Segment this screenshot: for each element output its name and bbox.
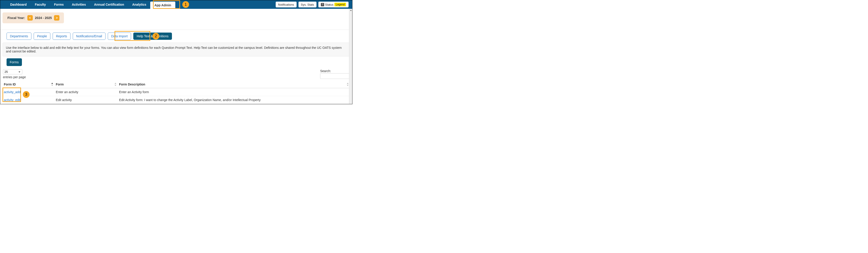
nav-analytics[interactable]: Analytics xyxy=(128,0,150,9)
vertical-scrollbar[interactable] xyxy=(349,9,352,104)
table-row: activity_add Enter an activity Enter an … xyxy=(2,88,350,96)
col-header-form[interactable]: Form xyxy=(55,81,118,88)
info-text: Use the interface below to add and edit … xyxy=(6,46,342,53)
admin-subtabs: Departments People Reports Notifications… xyxy=(0,30,352,43)
nav-app-admin[interactable]: App Admin xyxy=(150,2,175,9)
help-icon: ? xyxy=(321,3,324,6)
status-button[interactable]: ? Status Legend xyxy=(318,2,349,7)
col-header-form-description-label: Form Description xyxy=(119,83,145,86)
fiscal-year-selector: Fiscal Year: < 2024 - 2025 > xyxy=(2,12,64,23)
subtab-people[interactable]: People xyxy=(34,33,51,40)
nav-faculty[interactable]: Faculty xyxy=(31,0,50,9)
subtab-reports[interactable]: Reports xyxy=(53,33,70,40)
notifications-button[interactable]: Notifications xyxy=(276,2,297,7)
col-header-form-label: Form xyxy=(56,83,64,86)
nav-forms[interactable]: Forms xyxy=(50,0,68,9)
search-input[interactable] xyxy=(320,73,349,79)
form-id-link[interactable]: activity_edit xyxy=(4,98,20,102)
sort-icon xyxy=(115,83,116,86)
sort-icon xyxy=(347,83,349,86)
col-header-form-description[interactable]: Form Description xyxy=(118,81,350,88)
annotation-marker-1: 1 xyxy=(182,1,189,8)
subtab-departments[interactable]: Departments xyxy=(6,33,31,40)
subtab-data-import[interactable]: Data Import xyxy=(108,33,131,40)
cell-form: Edit activity xyxy=(55,96,118,104)
annotation-marker-2: 2 xyxy=(153,33,159,39)
cell-form: Enter an activity xyxy=(55,88,118,96)
nav-activities[interactable]: Activities xyxy=(68,0,90,9)
top-navbar: Dashboard Faculty Forms Activities Annua… xyxy=(0,0,352,9)
subtab-notifications-email[interactable]: Notifications/Email xyxy=(73,33,105,40)
cell-form-description: Enter an Activity form xyxy=(118,88,350,96)
legend-chip: Legend xyxy=(334,3,346,6)
forms-view-button[interactable]: Forms xyxy=(6,58,22,66)
sys-stats-button[interactable]: Sys. Stats xyxy=(299,2,317,7)
info-panel: Use the interface below to add and edit … xyxy=(2,43,350,57)
form-id-link[interactable]: activity_add xyxy=(4,90,21,94)
col-header-form-id-label: Form ID xyxy=(4,83,16,86)
entries-per-page-label: entries per page xyxy=(3,75,26,79)
nav-dashboard[interactable]: Dashboard xyxy=(6,0,31,9)
fiscal-year-prev-button[interactable]: < xyxy=(27,15,33,21)
fiscal-year-label: Fiscal Year: xyxy=(7,16,25,20)
fiscal-year-value: 2024 - 2025 xyxy=(35,16,52,20)
forms-table: Form ID Form Form Description activity_a… xyxy=(2,81,350,104)
table-row: activity_edit Edit activity Edit Activit… xyxy=(2,96,350,104)
entries-per-page-select[interactable]: 25 xyxy=(3,69,22,75)
sort-icon xyxy=(51,83,53,86)
col-header-form-id[interactable]: Form ID xyxy=(2,81,55,88)
status-label: Status xyxy=(325,3,334,6)
nav-annual-certification[interactable]: Annual Certification xyxy=(90,0,128,9)
fiscal-year-next-button[interactable]: > xyxy=(54,15,59,21)
search-label: Search: xyxy=(320,69,331,73)
cell-form-description: Edit Activity form: I want to change the… xyxy=(118,96,350,104)
annotation-marker-3: 3 xyxy=(23,91,30,98)
